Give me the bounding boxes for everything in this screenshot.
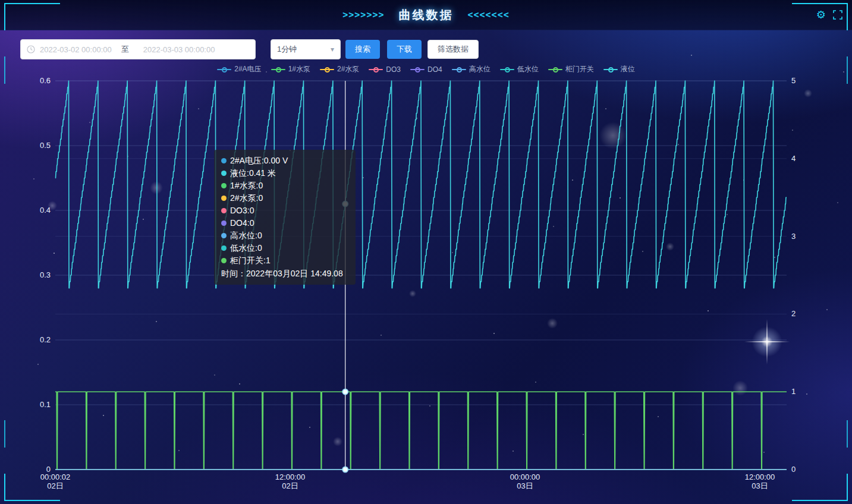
crosshair-point	[342, 389, 348, 395]
y-right-tick-label: 5	[791, 76, 796, 85]
x-tick-date-label: 02日	[47, 481, 63, 490]
series-line-柜门开关	[55, 392, 787, 470]
frame-tick-decoration	[4, 56, 5, 84]
chart-canvas[interactable]: 00.10.20.30.40.50.601234500:00:0202日12:0…	[0, 0, 852, 504]
y-left-tick-label: 0.6	[40, 76, 51, 85]
x-tick-date-label: 03日	[517, 481, 533, 490]
x-tick-time-label: 12:00:00	[745, 472, 775, 481]
x-tick-time-label: 00:00:02	[40, 472, 71, 481]
y-left-tick-label: 0.4	[40, 206, 51, 215]
y-left-tick-label: 0.1	[40, 400, 51, 409]
x-tick-date-label: 03日	[752, 481, 768, 490]
frame-tick-decoration	[4, 420, 5, 448]
app-window: >>>>>>> 曲线数据 <<<<<<< ⚙ 2022-03-02 00:00:…	[0, 0, 852, 504]
x-tick-time-label: 12:00:00	[275, 472, 306, 481]
x-tick-time-label: 00:00:00	[510, 472, 540, 481]
crosshair-point	[342, 201, 348, 207]
frame-tick-decoration	[847, 56, 848, 84]
series-line-液位	[55, 81, 787, 288]
y-right-tick-label: 3	[791, 232, 796, 241]
y-left-tick-label: 0.3	[40, 270, 51, 279]
y-right-tick-label: 0	[791, 465, 796, 474]
frame-tick-decoration	[847, 420, 848, 448]
crosshair-point	[342, 467, 348, 472]
x-tick-date-label: 02日	[282, 481, 298, 490]
y-right-tick-label: 1	[791, 387, 796, 396]
y-left-tick-label: 0.2	[40, 335, 51, 344]
y-right-tick-label: 4	[791, 154, 796, 163]
y-right-tick-label: 2	[791, 309, 796, 318]
y-left-tick-label: 0.5	[40, 141, 51, 150]
